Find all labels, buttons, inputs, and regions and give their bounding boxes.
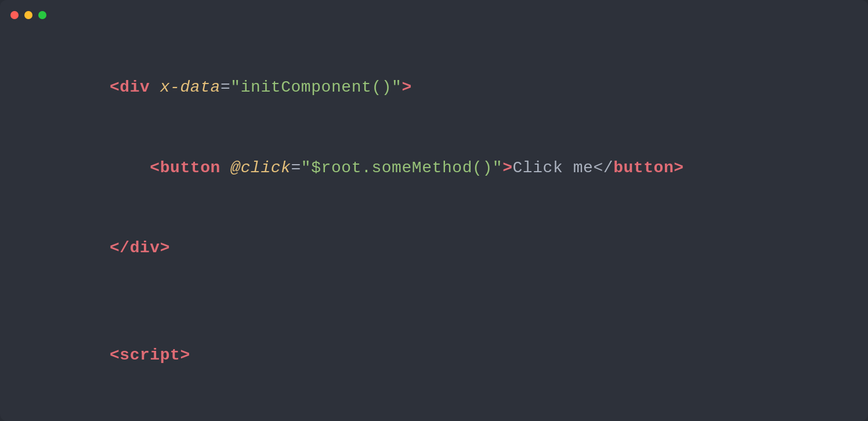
blank-line-1 bbox=[29, 289, 839, 315]
titlebar bbox=[0, 0, 868, 30]
code-line-4: <script> bbox=[29, 315, 839, 396]
code-block: <div x-data="initComponent()"> <button @… bbox=[29, 48, 839, 421]
tag-name-script: script bbox=[120, 346, 180, 364]
code-line-2: <button @click="$root.someMethod()">Clic… bbox=[29, 128, 839, 209]
attr-click: @click bbox=[230, 159, 291, 177]
code-area: <div x-data="initComponent()"> <button @… bbox=[0, 30, 868, 421]
code-line-1: <div x-data="initComponent()"> bbox=[29, 48, 839, 128]
tag-close-div: div bbox=[130, 239, 160, 257]
close-button[interactable] bbox=[10, 11, 19, 19]
minimize-button[interactable] bbox=[24, 11, 32, 19]
code-line-3: </div> bbox=[29, 208, 839, 289]
tag-open-1: < bbox=[110, 78, 120, 96]
string-somemethod: "$root.someMethod()" bbox=[301, 159, 502, 177]
traffic-lights bbox=[10, 11, 46, 19]
attr-xdata: x-data bbox=[160, 78, 220, 96]
tag-name-button: button bbox=[160, 159, 220, 177]
tag-close-button: button bbox=[613, 159, 674, 177]
string-initcomponent: "initComponent()" bbox=[230, 78, 402, 96]
maximize-button[interactable] bbox=[38, 11, 46, 19]
code-line-5: function initComponent() { bbox=[29, 395, 839, 421]
tag-name-div: div bbox=[120, 78, 150, 96]
window: <div x-data="initComponent()"> <button @… bbox=[0, 0, 868, 421]
